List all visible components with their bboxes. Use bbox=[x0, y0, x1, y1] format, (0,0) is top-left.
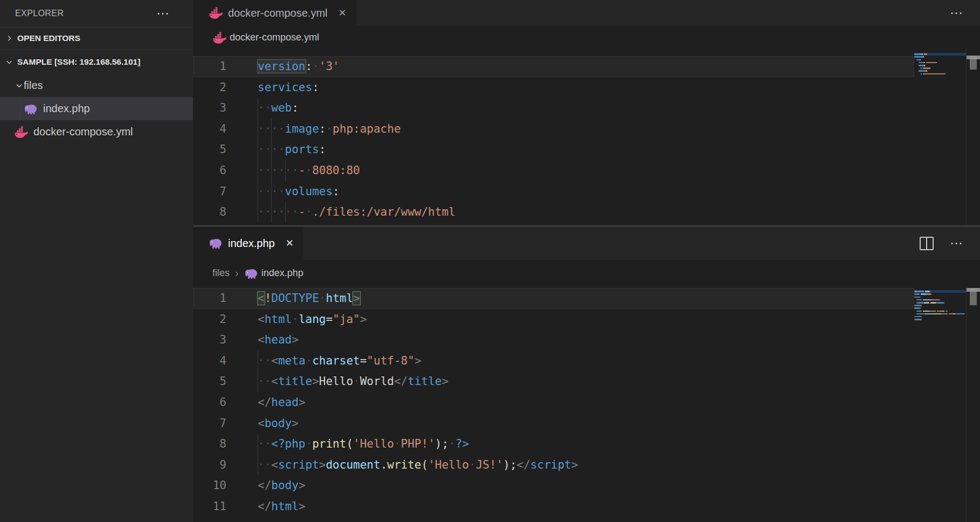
scrollbar-thumb[interactable] bbox=[970, 288, 977, 305]
code-line-11[interactable]: 11</html> bbox=[193, 496, 914, 517]
php-icon bbox=[209, 237, 223, 249]
open-editors-section[interactable]: OPEN EDITORS bbox=[0, 27, 193, 49]
code-line-1[interactable]: 1version:·'3' bbox=[193, 56, 914, 77]
line-number: 9 bbox=[193, 455, 226, 476]
scrollbar[interactable] bbox=[966, 286, 980, 522]
tree-item-label: index.php bbox=[43, 102, 90, 115]
file-tree: files index.php docker-compose.yml bbox=[0, 74, 193, 143]
code-line-5[interactable]: 5··<title>Hello·World</title> bbox=[193, 371, 914, 392]
code-text: services: bbox=[258, 77, 319, 98]
tab-label: index.php bbox=[228, 237, 275, 250]
code-editor-index-php[interactable]: 1<!DOCTYPE·html>2<html·lang="ja">3<head>… bbox=[193, 286, 980, 522]
code-text: ····image:·php:apache bbox=[258, 119, 401, 140]
minimap[interactable] bbox=[914, 290, 966, 324]
code-line-5[interactable]: 5····ports: bbox=[193, 139, 914, 160]
code-line-9[interactable]: 9 bbox=[193, 223, 914, 225]
tab-docker-compose-yml[interactable]: docker-compose.yml ✕ bbox=[193, 0, 356, 26]
breadcrumb-item-index.php[interactable]: index.php bbox=[244, 267, 303, 279]
code-line-2[interactable]: 2services: bbox=[193, 77, 914, 98]
breadcrumb-item-files[interactable]: files bbox=[212, 267, 230, 279]
editor-group-bottom: index.php ✕ ⋯ files› index.php 1<!DOCTYP… bbox=[193, 226, 980, 522]
breadcrumb-separator-icon: › bbox=[235, 267, 239, 279]
line-number: 7 bbox=[193, 413, 226, 434]
line-number: 2 bbox=[193, 309, 226, 330]
code-text: ··<?php·print('Hello·PHP!');·?> bbox=[258, 434, 469, 455]
explorer-more-actions-icon[interactable]: ⋯ bbox=[156, 11, 170, 16]
code-line-8[interactable]: 8······-·./files:/var/www/html bbox=[193, 202, 914, 223]
code-text: ··<script>document.write('Hello·JS!');</… bbox=[258, 455, 578, 476]
code-text: <head> bbox=[258, 329, 299, 351]
breadcrumb-label: files bbox=[212, 267, 230, 279]
line-number: 4 bbox=[193, 119, 226, 140]
explorer-title: EXPLORER bbox=[15, 9, 64, 18]
code-line-3[interactable]: 3<head> bbox=[193, 329, 914, 351]
code-line-6[interactable]: 6</head> bbox=[193, 392, 914, 413]
code-text: </html> bbox=[258, 496, 306, 517]
code-line-3[interactable]: 3··web: bbox=[193, 98, 914, 119]
docker-icon bbox=[209, 7, 223, 19]
workspace-section-header[interactable]: SAMPLE [SSH: 192.168.56.101] bbox=[0, 49, 193, 74]
line-number: 7 bbox=[193, 181, 226, 202]
close-icon[interactable]: ✕ bbox=[286, 237, 294, 249]
code-line-10[interactable]: 10</body> bbox=[193, 475, 914, 496]
tabbar-top: docker-compose.yml ✕ ⋯ bbox=[193, 0, 980, 26]
line-number: 4 bbox=[193, 351, 226, 372]
scrollbar[interactable] bbox=[966, 49, 980, 225]
code-text: </head> bbox=[258, 392, 306, 413]
code-text: ······-·./files:/var/www/html bbox=[258, 202, 456, 223]
line-number: 6 bbox=[193, 392, 226, 413]
tree-item-docker-compose.yml[interactable]: docker-compose.yml bbox=[0, 120, 193, 143]
line-number: 5 bbox=[193, 371, 226, 392]
code-text: ··<title>Hello·World</title> bbox=[258, 371, 448, 392]
line-number: 10 bbox=[193, 475, 226, 496]
editor-area: docker-compose.yml ✕ ⋯ docker-compose.ym… bbox=[193, 0, 980, 522]
line-number: 8 bbox=[193, 202, 226, 223]
php-icon bbox=[24, 103, 38, 115]
docker-icon bbox=[14, 126, 28, 138]
code-text: <!DOCTYPE·html> bbox=[258, 288, 360, 309]
code-editor-docker-compose[interactable]: 1version:·'3'2services:3··web:4····image… bbox=[193, 49, 980, 225]
code-line-7[interactable]: 7····volumes: bbox=[193, 181, 914, 202]
line-number: 3 bbox=[193, 329, 226, 351]
code-line-4[interactable]: 4··<meta·charset="utf-8"> bbox=[193, 351, 914, 372]
breadcrumb-item-docker-compose.yml[interactable]: docker-compose.yml bbox=[212, 32, 319, 43]
code-line-4[interactable]: 4····image:·php:apache bbox=[193, 119, 914, 140]
more-actions-icon[interactable]: ⋯ bbox=[950, 10, 964, 16]
code-text: version:·'3' bbox=[258, 56, 340, 77]
tree-item-index.php[interactable]: index.php bbox=[0, 97, 193, 120]
more-actions-icon[interactable]: ⋯ bbox=[950, 241, 964, 246]
code-line-9[interactable]: 9··<script>document.write('Hello·JS!');<… bbox=[193, 455, 914, 476]
explorer-header: EXPLORER ⋯ bbox=[0, 0, 193, 27]
code-line-7[interactable]: 7<body> bbox=[193, 413, 914, 434]
vscode-window: EXPLORER ⋯ OPEN EDITORS SAMPLE [SSH: 192… bbox=[0, 0, 980, 522]
chevron-down-icon bbox=[4, 57, 14, 67]
explorer-sidebar: EXPLORER ⋯ OPEN EDITORS SAMPLE [SSH: 192… bbox=[0, 0, 193, 522]
code-line-2[interactable]: 2<html·lang="ja"> bbox=[193, 309, 914, 330]
editor-group-top: docker-compose.yml ✕ ⋯ docker-compose.ym… bbox=[193, 0, 980, 225]
line-number: 8 bbox=[193, 434, 226, 455]
tab-index-php[interactable]: index.php ✕ bbox=[193, 226, 303, 260]
code-text: ····ports: bbox=[258, 139, 326, 160]
close-icon[interactable]: ✕ bbox=[339, 7, 347, 19]
minimap[interactable] bbox=[914, 53, 966, 78]
code-text: ··<meta·charset="utf-8"> bbox=[258, 351, 422, 372]
code-text: <html·lang="ja"> bbox=[258, 309, 367, 330]
tab-actions-top: ⋯ bbox=[950, 0, 964, 26]
code-text: ······-·8080:80 bbox=[258, 160, 360, 181]
split-editor-icon[interactable] bbox=[920, 237, 934, 250]
code-line-6[interactable]: 6······-·8080:80 bbox=[193, 160, 914, 181]
code-text: ····volumes: bbox=[258, 181, 340, 202]
tree-folder-files[interactable]: files bbox=[0, 74, 193, 97]
line-number: 1 bbox=[193, 56, 226, 77]
breadcrumb-bottom: files› index.php bbox=[193, 260, 980, 286]
line-number: 5 bbox=[193, 139, 226, 160]
code-line-1[interactable]: 1<!DOCTYPE·html> bbox=[193, 288, 914, 309]
scrollbar-thumb[interactable] bbox=[970, 56, 977, 70]
chevron-down-icon bbox=[14, 81, 24, 91]
code-line-8[interactable]: 8··<?php·print('Hello·PHP!');·?> bbox=[193, 434, 914, 455]
line-number: 6 bbox=[193, 160, 226, 181]
chevron-right-icon bbox=[4, 33, 14, 43]
tree-indent-guide bbox=[20, 97, 20, 120]
tree-item-label: docker-compose.yml bbox=[33, 126, 133, 138]
code-line-12[interactable]: 12 bbox=[193, 517, 914, 522]
